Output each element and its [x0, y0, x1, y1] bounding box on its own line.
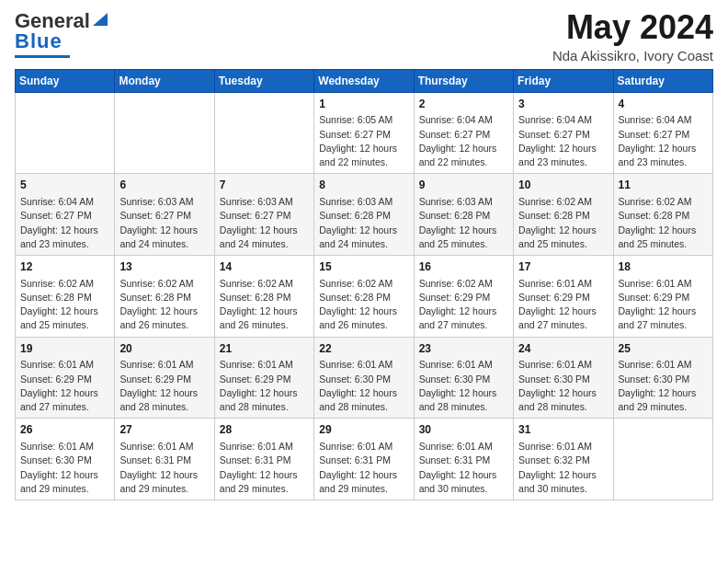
day-number: 25 [619, 341, 708, 357]
calendar-cell: 12Sunrise: 6:02 AM Sunset: 6:28 PM Dayli… [16, 255, 115, 337]
calendar-week-row: 26Sunrise: 6:01 AM Sunset: 6:30 PM Dayli… [16, 419, 713, 500]
day-info: Sunrise: 6:02 AM Sunset: 6:28 PM Dayligh… [20, 277, 109, 333]
day-number: 13 [119, 259, 209, 275]
day-info: Sunrise: 6:02 AM Sunset: 6:28 PM Dayligh… [220, 277, 309, 333]
title-block: May 2024 Nda Akissikro, Ivory Coast [552, 9, 713, 63]
day-number: 24 [518, 341, 608, 357]
day-number: 22 [319, 341, 408, 357]
weekday-header: Sunday [16, 69, 115, 92]
day-info: Sunrise: 6:03 AM Sunset: 6:28 PM Dayligh… [419, 195, 508, 251]
day-info: Sunrise: 6:05 AM Sunset: 6:27 PM Dayligh… [319, 113, 408, 169]
day-info: Sunrise: 6:04 AM Sunset: 6:27 PM Dayligh… [619, 113, 708, 169]
calendar-cell: 4Sunrise: 6:04 AM Sunset: 6:27 PM Daylig… [613, 92, 712, 174]
day-info: Sunrise: 6:03 AM Sunset: 6:27 PM Dayligh… [220, 195, 309, 251]
calendar-cell: 28Sunrise: 6:01 AM Sunset: 6:31 PM Dayli… [214, 419, 313, 500]
calendar-cell: 26Sunrise: 6:01 AM Sunset: 6:30 PM Dayli… [16, 419, 115, 500]
day-number: 6 [119, 178, 209, 193]
day-info: Sunrise: 6:01 AM Sunset: 6:31 PM Dayligh… [419, 440, 508, 496]
calendar-cell [115, 92, 214, 174]
day-info: Sunrise: 6:01 AM Sunset: 6:30 PM Dayligh… [419, 358, 508, 414]
calendar-cell: 29Sunrise: 6:01 AM Sunset: 6:31 PM Dayli… [314, 419, 414, 500]
page-subtitle: Nda Akissikro, Ivory Coast [552, 48, 713, 63]
weekday-header: Wednesday [314, 69, 414, 92]
weekday-header: Thursday [414, 69, 513, 92]
calendar-cell: 21Sunrise: 6:01 AM Sunset: 6:29 PM Dayli… [214, 337, 313, 419]
calendar-cell [214, 92, 313, 174]
day-info: Sunrise: 6:02 AM Sunset: 6:29 PM Dayligh… [419, 277, 508, 333]
day-number: 7 [220, 178, 309, 193]
calendar-cell: 7Sunrise: 6:03 AM Sunset: 6:27 PM Daylig… [214, 174, 313, 256]
calendar-cell: 19Sunrise: 6:01 AM Sunset: 6:29 PM Dayli… [16, 337, 115, 419]
day-info: Sunrise: 6:01 AM Sunset: 6:29 PM Dayligh… [220, 358, 309, 414]
day-number: 14 [220, 259, 309, 275]
day-info: Sunrise: 6:04 AM Sunset: 6:27 PM Dayligh… [518, 113, 608, 169]
day-info: Sunrise: 6:01 AM Sunset: 6:30 PM Dayligh… [518, 358, 608, 414]
day-info: Sunrise: 6:02 AM Sunset: 6:28 PM Dayligh… [319, 277, 408, 333]
logo-blue: Blue [15, 29, 63, 53]
calendar-cell: 16Sunrise: 6:02 AM Sunset: 6:29 PM Dayli… [414, 255, 513, 337]
day-info: Sunrise: 6:03 AM Sunset: 6:28 PM Dayligh… [319, 195, 408, 251]
calendar-cell: 8Sunrise: 6:03 AM Sunset: 6:28 PM Daylig… [314, 174, 414, 256]
calendar-week-row: 12Sunrise: 6:02 AM Sunset: 6:28 PM Dayli… [16, 255, 713, 337]
calendar-cell: 30Sunrise: 6:01 AM Sunset: 6:31 PM Dayli… [414, 419, 513, 500]
calendar-cell: 3Sunrise: 6:04 AM Sunset: 6:27 PM Daylig… [514, 92, 613, 174]
calendar-cell: 31Sunrise: 6:01 AM Sunset: 6:32 PM Dayli… [514, 419, 613, 500]
day-number: 30 [419, 422, 508, 438]
day-number: 10 [518, 178, 608, 193]
day-number: 15 [319, 259, 408, 275]
day-number: 29 [319, 422, 408, 438]
calendar-cell: 24Sunrise: 6:01 AM Sunset: 6:30 PM Dayli… [514, 337, 613, 419]
day-number: 17 [518, 259, 608, 275]
header: General Blue May 2024 Nda Akissikro, Ivo… [15, 9, 713, 63]
calendar-header-row: SundayMondayTuesdayWednesdayThursdayFrid… [16, 69, 713, 92]
calendar-week-row: 1Sunrise: 6:05 AM Sunset: 6:27 PM Daylig… [16, 92, 713, 174]
calendar-week-row: 5Sunrise: 6:04 AM Sunset: 6:27 PM Daylig… [16, 174, 713, 256]
day-info: Sunrise: 6:01 AM Sunset: 6:31 PM Dayligh… [119, 440, 209, 496]
day-info: Sunrise: 6:01 AM Sunset: 6:31 PM Dayligh… [319, 440, 408, 496]
logo: General Blue [15, 9, 109, 58]
day-number: 28 [220, 422, 309, 438]
calendar-week-row: 19Sunrise: 6:01 AM Sunset: 6:29 PM Dayli… [16, 337, 713, 419]
calendar-cell: 5Sunrise: 6:04 AM Sunset: 6:27 PM Daylig… [16, 174, 115, 256]
day-info: Sunrise: 6:01 AM Sunset: 6:31 PM Dayligh… [220, 440, 309, 496]
calendar-cell: 20Sunrise: 6:01 AM Sunset: 6:29 PM Dayli… [115, 337, 214, 419]
day-number: 26 [20, 422, 109, 438]
calendar-cell: 14Sunrise: 6:02 AM Sunset: 6:28 PM Dayli… [214, 255, 313, 337]
day-number: 12 [20, 259, 109, 275]
svg-marker-0 [93, 13, 108, 26]
calendar-cell [613, 419, 712, 500]
day-info: Sunrise: 6:01 AM Sunset: 6:29 PM Dayligh… [20, 358, 109, 414]
day-info: Sunrise: 6:01 AM Sunset: 6:29 PM Dayligh… [119, 358, 209, 414]
calendar-cell: 1Sunrise: 6:05 AM Sunset: 6:27 PM Daylig… [314, 92, 414, 174]
day-number: 11 [619, 178, 708, 193]
weekday-header: Monday [115, 69, 214, 92]
calendar-cell: 11Sunrise: 6:02 AM Sunset: 6:28 PM Dayli… [613, 174, 712, 256]
day-number: 8 [319, 178, 408, 193]
calendar-cell: 10Sunrise: 6:02 AM Sunset: 6:28 PM Dayli… [514, 174, 613, 256]
day-number: 31 [518, 422, 608, 438]
day-info: Sunrise: 6:04 AM Sunset: 6:27 PM Dayligh… [20, 195, 109, 251]
calendar-table: SundayMondayTuesdayWednesdayThursdayFrid… [15, 69, 713, 500]
day-info: Sunrise: 6:04 AM Sunset: 6:27 PM Dayligh… [419, 113, 508, 169]
calendar-cell: 15Sunrise: 6:02 AM Sunset: 6:28 PM Dayli… [314, 255, 414, 337]
calendar-cell: 2Sunrise: 6:04 AM Sunset: 6:27 PM Daylig… [414, 92, 513, 174]
day-number: 16 [419, 259, 508, 275]
day-info: Sunrise: 6:01 AM Sunset: 6:32 PM Dayligh… [518, 440, 608, 496]
logo-underline [15, 55, 70, 58]
day-number: 5 [20, 178, 109, 193]
day-info: Sunrise: 6:01 AM Sunset: 6:29 PM Dayligh… [619, 277, 708, 333]
day-info: Sunrise: 6:02 AM Sunset: 6:28 PM Dayligh… [619, 195, 708, 251]
day-number: 3 [518, 97, 608, 112]
calendar-cell: 9Sunrise: 6:03 AM Sunset: 6:28 PM Daylig… [414, 174, 513, 256]
calendar-cell: 25Sunrise: 6:01 AM Sunset: 6:30 PM Dayli… [613, 337, 712, 419]
day-number: 4 [619, 97, 708, 112]
day-number: 23 [419, 341, 508, 357]
logo-triangle-icon [91, 9, 109, 29]
page-title: May 2024 [552, 9, 713, 46]
day-number: 1 [319, 97, 408, 112]
weekday-header: Saturday [613, 69, 712, 92]
day-info: Sunrise: 6:02 AM Sunset: 6:28 PM Dayligh… [119, 277, 209, 333]
weekday-header: Friday [514, 69, 613, 92]
day-info: Sunrise: 6:01 AM Sunset: 6:30 PM Dayligh… [619, 358, 708, 414]
day-info: Sunrise: 6:03 AM Sunset: 6:27 PM Dayligh… [119, 195, 209, 251]
